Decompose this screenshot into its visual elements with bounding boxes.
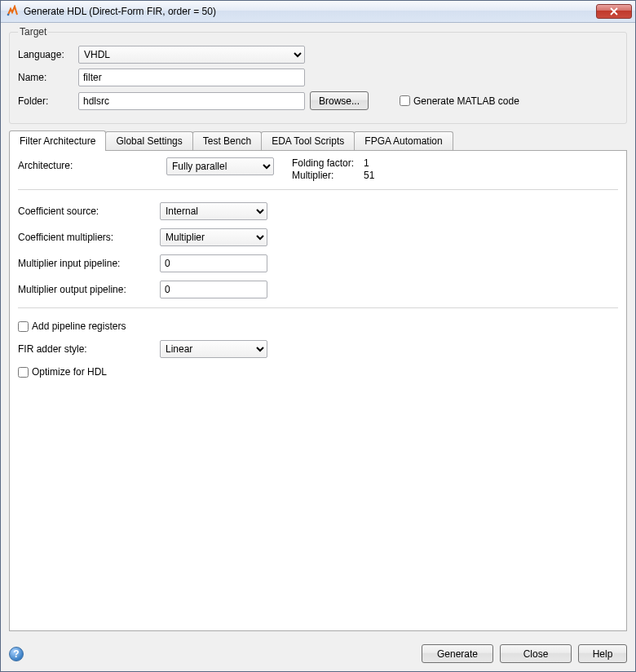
name-label: Name:: [18, 72, 73, 83]
mult-out-pipe-input[interactable]: [160, 281, 267, 298]
filter-architecture-panel: Architecture: Fully parallel Folding fac…: [9, 150, 627, 631]
target-fieldset: Target Language: VHDL Name: Folder: Brow…: [9, 26, 627, 124]
help-button[interactable]: Help: [578, 644, 627, 663]
tab-test-bench[interactable]: Test Bench: [192, 131, 262, 150]
optimize-hdl-label: Optimize for HDL: [32, 366, 107, 378]
tab-fpga-automation[interactable]: FPGA Automation: [354, 131, 453, 150]
coeff-source-label: Coefficient source:: [18, 206, 160, 217]
fir-adder-row: FIR adder style: Linear: [18, 340, 618, 358]
name-row: Name:: [18, 69, 618, 86]
folding-factor-value: 1: [364, 157, 374, 169]
titlebar: Generate HDL (Direct-Form FIR, order = 5…: [1, 1, 635, 23]
name-input[interactable]: [78, 69, 305, 86]
help-icon[interactable]: ?: [9, 647, 24, 661]
target-legend: Target: [18, 26, 48, 38]
architecture-row: Architecture: Fully parallel Folding fac…: [18, 157, 618, 181]
close-window-button[interactable]: [596, 4, 632, 19]
add-pipeline-label: Add pipeline registers: [32, 321, 126, 332]
fir-adder-label: FIR adder style:: [18, 343, 160, 355]
browse-button[interactable]: Browse...: [310, 91, 369, 110]
optimize-hdl-checkbox[interactable]: [18, 367, 29, 378]
mult-out-pipe-row: Multiplier output pipeline:: [18, 281, 618, 298]
mult-in-pipe-label: Multiplier input pipeline:: [18, 258, 160, 269]
language-row: Language: VHDL: [18, 46, 618, 64]
coeff-mult-select[interactable]: Multiplier: [160, 228, 267, 246]
coeff-source-select[interactable]: Internal: [160, 202, 267, 220]
generate-matlab-checkbox[interactable]: [400, 95, 410, 106]
fir-adder-select[interactable]: Linear: [160, 340, 267, 358]
folder-label: Folder:: [18, 95, 73, 107]
add-pipeline-row: Add pipeline registers: [18, 321, 618, 332]
divider-1: [18, 189, 618, 190]
footer: ? Generate Close Help: [1, 638, 635, 671]
tab-filter-architecture[interactable]: Filter Architecture: [9, 130, 106, 151]
matlab-icon: [6, 5, 19, 18]
folder-input[interactable]: [78, 92, 305, 110]
architecture-info: Folding factor: 1 Multiplier: 51: [292, 157, 374, 181]
generate-matlab-wrap: Generate MATLAB code: [400, 95, 519, 107]
folding-factor-label: Folding factor:: [292, 157, 354, 169]
window: Generate HDL (Direct-Form FIR, order = 5…: [0, 0, 636, 672]
language-label: Language:: [18, 49, 73, 60]
tabs: Filter Architecture Global Settings Test…: [9, 130, 627, 150]
coeff-source-row: Coefficient source: Internal: [18, 202, 618, 220]
window-title: Generate HDL (Direct-Form FIR, order = 5…: [24, 6, 596, 17]
tab-eda-tool-scripts[interactable]: EDA Tool Scripts: [261, 131, 355, 150]
content-area: Target Language: VHDL Name: Folder: Brow…: [1, 23, 635, 638]
coeff-mult-label: Coefficient multipliers:: [18, 232, 160, 243]
mult-out-pipe-label: Multiplier output pipeline:: [18, 284, 160, 295]
architecture-label: Architecture:: [18, 157, 160, 171]
generate-matlab-label: Generate MATLAB code: [413, 95, 519, 107]
folder-row: Folder: Browse... Generate MATLAB code: [18, 91, 618, 110]
coeff-mult-row: Coefficient multipliers: Multiplier: [18, 228, 618, 246]
multiplier-count-label: Multiplier:: [292, 170, 354, 181]
tab-global-settings[interactable]: Global Settings: [105, 131, 192, 150]
optimize-row: Optimize for HDL: [18, 366, 618, 378]
close-icon: [610, 7, 618, 15]
divider-2: [18, 307, 618, 308]
language-select[interactable]: VHDL: [78, 46, 305, 64]
generate-button[interactable]: Generate: [422, 644, 493, 663]
mult-in-pipe-input[interactable]: [160, 254, 267, 272]
architecture-select[interactable]: Fully parallel: [166, 157, 274, 175]
mult-in-pipe-row: Multiplier input pipeline:: [18, 254, 618, 272]
add-pipeline-checkbox[interactable]: [18, 321, 29, 332]
close-button[interactable]: Close: [500, 644, 572, 663]
multiplier-count-value: 51: [364, 170, 374, 181]
svg-point-0: [7, 14, 10, 16]
